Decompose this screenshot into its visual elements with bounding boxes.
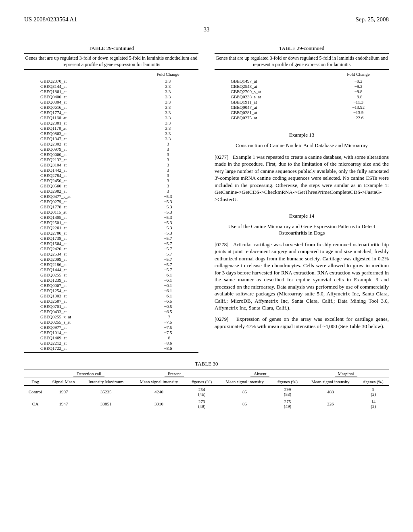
fold-change: −8	[138, 335, 198, 340]
fold-change: −5.7	[138, 235, 198, 241]
fold-change: 3.3	[138, 136, 198, 141]
fold-change: 3.3	[138, 115, 198, 120]
dog: OA	[24, 398, 46, 410]
fold-change: −13.9	[328, 110, 389, 115]
table-row: GBEQ1239_at−6.1	[24, 277, 198, 283]
gene-id: GBEQ1347_at	[24, 136, 138, 141]
example14-heading: Example 14	[215, 213, 389, 219]
gene-id: GBEQ2420_at	[24, 246, 138, 251]
table-row: GBEQ2002_at3	[24, 141, 198, 146]
fold-change: −5.3	[138, 193, 198, 199]
fold-change: 3.3	[138, 83, 198, 89]
table-row: GBEQ0477_s_at−5.3	[24, 193, 198, 199]
gene-id: GBEQ2982_at	[24, 188, 138, 193]
table-row: GBEQ1469_at−8	[24, 335, 198, 340]
table-row: GBEQ0304_at3.3	[24, 99, 198, 104]
gene-id: GBEQ1166_at	[24, 115, 138, 120]
gene-id: GBEQ2450_at	[24, 178, 138, 183]
gene-id: GBEQ0279_at	[24, 199, 138, 204]
gene-id: GBEQ1564_at	[24, 241, 138, 246]
fold-change: 3	[138, 183, 198, 188]
gene-id: GBEQ0115_at	[24, 209, 138, 214]
gene-id: GBEQ3104_at	[24, 162, 138, 167]
table29-right: Fold Change GBEQ1497_at−9.2GBEQ2548_at−9…	[215, 71, 389, 122]
table-row: GBEQ1347_at3.3	[24, 136, 198, 141]
table-row: GBEQ2784_at3	[24, 172, 198, 178]
table-row: GBEQ0255_at−6.1	[24, 272, 198, 277]
gene-id: GBEQ2099_at	[24, 256, 138, 262]
table-row: GBEQ0238_s_at−9.8	[215, 94, 389, 99]
table-row: GBEQ2420_at−5.7	[24, 246, 198, 251]
col-m-mean: Mean signal intensity	[303, 378, 358, 385]
gene-id: GBEQ2700_s_at	[215, 89, 328, 94]
gene-id: GBEQ0238_s_at	[215, 94, 328, 99]
fold-change: 3	[138, 141, 198, 146]
a-mean: 85	[217, 385, 272, 398]
dog: Control	[24, 385, 46, 398]
intensity-max: 35235	[81, 385, 131, 398]
group-absent: Absent	[250, 371, 269, 376]
table-row: GBEQ1254_at−6.1	[24, 288, 198, 293]
fold-change: −7.5	[138, 330, 198, 335]
table-row: OA1947308513910273(49)85275(49)22614(2)	[24, 398, 389, 410]
gene-id: GBEQ0701_at	[24, 303, 138, 309]
p-mean: 3910	[131, 398, 186, 410]
gene-id: GBEQ2070_at	[24, 78, 138, 84]
table30-title: TABLE 30	[24, 361, 389, 367]
table-row: GBEQ0433_at−6.5	[24, 309, 198, 314]
table-row: GBEQ1442_at3	[24, 167, 198, 172]
table-row: GBEQ1911_at−11.3	[215, 99, 389, 104]
fold-change: 3	[138, 188, 198, 193]
gene-id: GBEQ0863_at	[24, 131, 138, 136]
para-text: Example 1 was repeated to create a canin…	[215, 154, 389, 202]
gene-id: GBEQ0047_at	[215, 104, 328, 110]
fold-change: −6.1	[138, 283, 198, 288]
a-genes: 275(49)	[272, 398, 303, 410]
a-genes: 299(53)	[272, 385, 303, 398]
fold-change: 3	[138, 146, 198, 152]
fold-change: 3	[138, 167, 198, 172]
fold-change: −5.7	[138, 241, 198, 246]
table-row: GBEQ0979_at3	[24, 146, 198, 152]
gene-id: GBEQ0255_at	[24, 272, 138, 277]
table-row: GBEQ2132_at3	[24, 157, 198, 162]
fold-change: −9.8	[328, 89, 389, 94]
table-row: GBEQ2070_at3.3	[24, 78, 198, 84]
table-row: GBEQ2099_at−5.7	[24, 256, 198, 262]
table29-title-left: TABLE 29-continued	[24, 45, 198, 52]
gene-id: GBEQ1014_at	[24, 330, 138, 335]
m-genes: 9(2)	[358, 385, 389, 398]
fold-change: −6.5	[138, 309, 198, 314]
fold-change: −5.3	[138, 204, 198, 209]
table-row: GBEQ0977_at−7.5	[24, 324, 198, 330]
gene-id: GBEQ1738_at	[24, 235, 138, 241]
table-row: GBEQ1564_at−5.7	[24, 241, 198, 246]
table-row: GBEQ1778_at−5.3	[24, 204, 198, 209]
table-row: GBEQ0067_at−6.1	[24, 283, 198, 288]
table-row: GBEQ2381_at3.3	[24, 120, 198, 125]
table-row: GBEQ3104_at3	[24, 162, 198, 167]
fold-change: 3.3	[138, 110, 198, 115]
table-row: GBEQ0281_at−13.9	[215, 110, 389, 115]
fold-change: −5.3	[138, 220, 198, 225]
table29-caption-right: Genes that are up regulated 3-fold or do…	[215, 53, 389, 70]
gene-id: GBEQ1774_at	[24, 110, 138, 115]
gene-id: GBEQ2784_at	[24, 172, 138, 178]
table-row: GBEQ1861_at3.3	[24, 89, 198, 94]
signal-mean: 1947	[46, 398, 81, 410]
gene-id: GBEQ2534_at	[24, 251, 138, 256]
table-row: GBEQ0616_at3.3	[24, 104, 198, 110]
table-row: GBEQ0115_at−5.3	[24, 209, 198, 214]
table-row: GBEQ3144_at3.3	[24, 83, 198, 89]
table-row: GBEQ1014_at−7.5	[24, 330, 198, 335]
p-genes: 254(45)	[186, 385, 217, 398]
fold-change: −6.1	[138, 272, 198, 277]
para-num: [0278]	[215, 241, 229, 247]
fold-change: −5.7	[138, 246, 198, 251]
signal-mean: 1997	[46, 385, 81, 398]
fold-change: −9.2	[328, 83, 389, 89]
fold-change: −6.5	[138, 298, 198, 303]
group-present: Present	[165, 371, 184, 376]
gene-id: GBEQ1778_at	[24, 204, 138, 209]
fold-change: 3	[138, 178, 198, 183]
